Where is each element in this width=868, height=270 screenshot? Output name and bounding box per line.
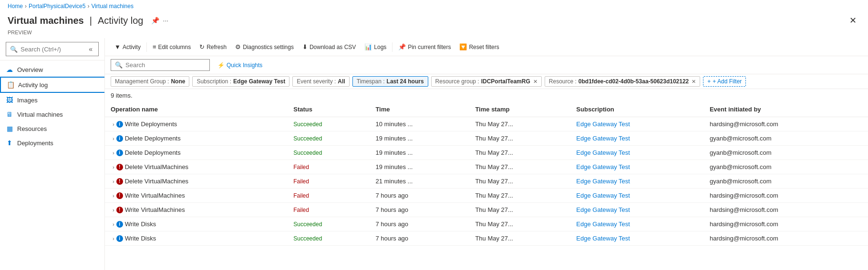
expand-button[interactable]: › [111,164,116,170]
table-area: 9 items. Operation name Status Time Time… [105,89,868,270]
table-row: › i Write Deployments Succeeded 10 minut… [105,117,868,131]
status-badge: Succeeded [293,121,322,128]
filter-search-input[interactable] [125,61,206,69]
download-csv-button[interactable]: ⬇ Download as CSV [299,41,360,53]
edit-columns-button[interactable]: ≡ Edit columns [149,41,195,53]
subscription-link[interactable]: Edge Gateway Test [576,206,630,213]
ellipsis-icon[interactable]: ··· [163,17,169,24]
activity-button[interactable]: ▼ Activity [111,41,145,53]
expand-button[interactable]: › [111,121,116,127]
cell-operation: › ! Write VirtualMachines [105,189,288,203]
operation-name-text: Write VirtualMachines [125,206,185,213]
quick-insights-label: Quick Insights [227,62,262,69]
chip-timespan[interactable]: Timespan : Last 24 hours [352,76,428,87]
expand-button[interactable]: › [111,221,116,227]
title-separator: | [90,15,92,26]
sidebar-collapse-button[interactable]: « [87,44,94,54]
sidebar-item-deployments[interactable]: ⬆ Deployments [0,136,104,150]
chip-res-value: 0bd1fdee-cd02-4d0b-53aa-50623d102122 [579,78,689,85]
error-icon: ! [116,207,123,213]
breadcrumb-device[interactable]: PortalPhysicalDevice5 [29,3,85,10]
cell-timestamp: Thu May 27... [469,203,570,217]
deployments-icon: ⬆ [6,139,13,147]
sidebar-item-images[interactable]: 🖼 Images [0,93,104,107]
main-layout: 🔍 « ☁ Overview 📋 Activity log 🖼 Images 🖥… [0,38,868,270]
sidebar-item-virtual-machines[interactable]: 🖥 Virtual machines [0,107,104,121]
expand-button[interactable]: › [111,136,116,141]
chip-resource-group: Resource group : IDCPortalTeamRG ✕ [431,76,542,87]
sidebar-label-resources: Resources [17,125,47,132]
chip-res-close[interactable]: ✕ [692,79,696,85]
expand-button[interactable]: › [111,207,116,213]
header-icons: 📌 ··· [151,17,169,24]
cell-operation: › i Write Disks [105,217,288,231]
status-badge: Succeeded [293,135,322,142]
refresh-button[interactable]: ↻ Refresh [196,41,230,53]
cell-initiated-by: hardsing@microsoft.com [704,231,868,246]
logs-button[interactable]: 📊 Logs [361,41,390,53]
cell-operation: › ! Delete VirtualMachines [105,174,288,189]
edit-columns-label: Edit columns [158,44,191,50]
add-filter-label: + Add Filter [713,78,742,85]
images-icon: 🖼 [6,96,13,104]
chip-rg-close[interactable]: ✕ [533,79,537,85]
col-operation-name: Operation name [105,102,288,117]
pin-filters-button[interactable]: 📌 Pin current filters [394,41,455,53]
subscription-link[interactable]: Edge Gateway Test [576,192,630,199]
subscription-link[interactable]: Edge Gateway Test [576,235,630,242]
breadcrumb: Home › PortalPhysicalDevice5 › Virtual m… [0,0,868,12]
page-title-main: Virtual machines [8,15,84,26]
add-filter-button[interactable]: + + Add Filter [703,76,746,87]
logs-label: Logs [374,44,386,50]
sidebar-search-input[interactable] [21,46,84,53]
filter-search-icon: 🔍 [115,61,123,69]
add-filter-icon: + [707,78,711,85]
close-button[interactable]: ✕ [846,13,860,28]
cell-initiated-by: gyanb@microsoft.com [704,131,868,146]
expand-button[interactable]: › [111,193,116,199]
quick-insights-button[interactable]: ⚡ Quick Insights [214,60,266,71]
status-badge: Failed [293,164,309,170]
reset-filters-button[interactable]: 🔽 Reset filters [455,41,503,53]
chip-mgmt-group: Management Group : None [111,76,189,87]
sidebar-label-activity-log: Activity log [18,81,48,89]
chip-sub-value: Edge Gateway Test [233,78,285,85]
status-badge: Failed [293,207,309,213]
col-initiated-by: Event initiated by [704,102,868,117]
subscription-link[interactable]: Edge Gateway Test [576,149,630,156]
diagnostics-button[interactable]: ⚙ Diagnostics settings [231,41,298,53]
cell-initiated-by: hardsing@microsoft.com [704,117,868,131]
breadcrumb-home[interactable]: Home [8,3,23,10]
content-area: ▼ Activity ≡ Edit columns ↻ Refresh ⚙ Di… [105,38,868,270]
col-timestamp: Time stamp [469,102,570,117]
subscription-link[interactable]: Edge Gateway Test [576,163,630,170]
cell-subscription: Edge Gateway Test [570,131,704,146]
cell-time: 7 hours ago [370,217,469,231]
cell-status: Failed [288,203,370,217]
sidebar-label-overview: Overview [17,66,43,73]
chip-res-label: Resource : [549,78,577,85]
chip-sub-label: Subscription : [196,78,231,85]
sidebar-item-resources[interactable]: ▦ Resources [0,121,104,136]
expand-button[interactable]: › [111,150,116,156]
sidebar-item-activity-log[interactable]: 📋 Activity log [0,77,104,93]
operation-name-text: Delete VirtualMachines [125,178,188,185]
subscription-link[interactable]: Edge Gateway Test [576,220,630,228]
chip-timespan-value: Last 24 hours [387,78,424,85]
table-header: Operation name Status Time Time stamp Su… [105,102,868,117]
cell-status: Failed [288,174,370,189]
subscription-link[interactable]: Edge Gateway Test [576,178,630,185]
vm-icon: 🖥 [6,110,13,118]
breadcrumb-vms[interactable]: Virtual machines [91,3,134,10]
expand-button[interactable]: › [111,236,116,241]
chip-severity-label: Event severity : [297,78,336,85]
subscription-link[interactable]: Edge Gateway Test [576,120,630,128]
pin-icon[interactable]: 📌 [151,17,159,24]
expand-button[interactable]: › [111,179,116,184]
subscription-link[interactable]: Edge Gateway Test [576,135,630,142]
sidebar-item-overview[interactable]: ☁ Overview [0,62,104,77]
cell-timestamp: Thu May 27... [469,146,570,160]
cell-operation: › i Write Disks [105,231,288,246]
filter-chips: Management Group : None Subscription : E… [105,74,868,89]
sidebar-search-area: 🔍 « [0,38,104,60]
